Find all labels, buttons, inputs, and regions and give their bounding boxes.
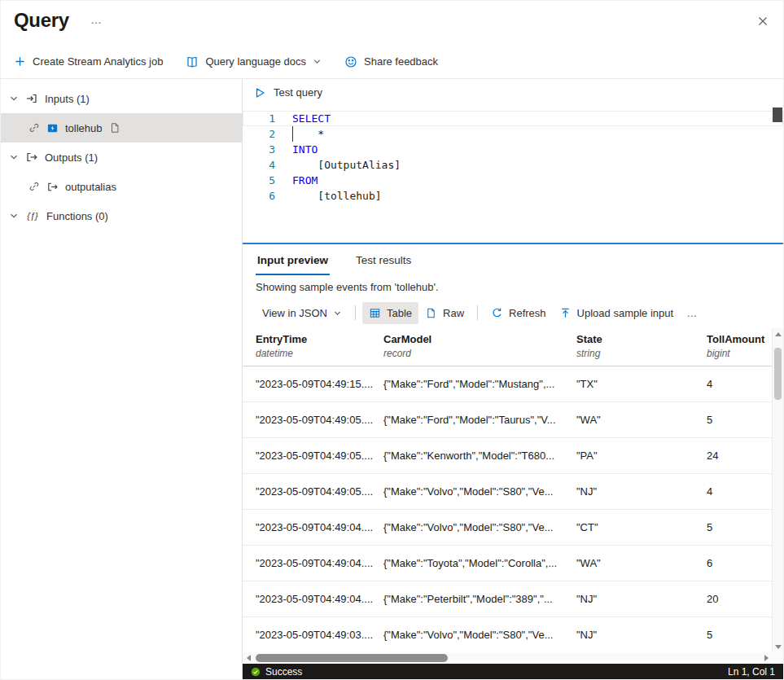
cell-carmodel: {"Make":"Kenworth","Model":"T680... — [383, 450, 576, 462]
code-text: [tollehub] — [292, 188, 382, 204]
status-label: Success — [265, 666, 302, 678]
line-number: 5 — [243, 173, 275, 188]
share-feedback-button[interactable]: Share feedback — [344, 55, 438, 68]
cell-state: "NJ" — [576, 629, 707, 641]
cell-entrytime: "2023-05-09T04:49:04.... — [256, 557, 383, 569]
table-body: "2023-05-09T04:49:15.... {"Make":"Ford",… — [243, 366, 783, 652]
cell-carmodel: {"Make":"Ford","Model":"Mustang",... — [383, 378, 576, 390]
cell-state: "NJ" — [576, 593, 707, 605]
raw-view-button[interactable]: Raw — [418, 302, 471, 324]
feedback-label: Share feedback — [364, 55, 438, 68]
scroll-up-button[interactable] — [773, 328, 783, 340]
resource-tree: Inputs (1) tollehub Outputs (1) outputal… — [1, 79, 243, 680]
code-line[interactable]: 4 [OutputAlias] — [243, 157, 783, 173]
refresh-button[interactable]: Refresh — [484, 302, 553, 324]
command-bar: Create Stream Analytics job Query langua… — [1, 45, 783, 79]
text-cursor — [292, 126, 293, 142]
upload-sample-input-button[interactable]: Upload sample input — [553, 302, 681, 324]
toolbar-divider — [355, 305, 356, 320]
tab-test-results[interactable]: Test results — [354, 254, 413, 275]
table-vertical-scrollbar[interactable] — [772, 328, 783, 652]
horizontal-scroll-thumb[interactable] — [256, 654, 448, 662]
preview-table: EntryTime datetime CarModel record State… — [243, 328, 783, 652]
view-in-json-dropdown[interactable]: View in JSON — [256, 302, 348, 324]
window-more-button[interactable]: … — [90, 14, 102, 25]
cell-entrytime: "2023-05-09T04:49:05.... — [256, 485, 383, 498]
line-number: 2 — [243, 126, 275, 142]
test-query-label: Test query — [274, 86, 322, 99]
test-query-button[interactable]: Test query — [253, 86, 322, 99]
toolbar-divider — [477, 305, 478, 320]
column-type: bigint — [707, 348, 769, 359]
refresh-label: Refresh — [509, 307, 546, 319]
close-button[interactable] — [756, 14, 770, 29]
create-stream-analytics-job-button[interactable]: Create Stream Analytics job — [14, 55, 163, 68]
table-row: "2023-05-09T04:49:04.... {"Make":"Toyota… — [243, 546, 783, 581]
cell-tollamount: 5 — [707, 414, 769, 426]
preview-more-button[interactable]: … — [680, 302, 704, 324]
cell-entrytime: "2023-05-09T04:49:04.... — [256, 521, 383, 533]
code-editor[interactable]: 1SELECT 2 * 3INTO 4 [OutputAlias] — [243, 106, 783, 243]
success-check-icon — [251, 667, 261, 677]
tab-input-preview[interactable]: Input preview — [256, 254, 330, 275]
preview-tabs: Input preview Test results — [243, 244, 783, 275]
input-item-label: tollehub — [65, 122, 103, 134]
cell-carmodel: {"Make":"Ford","Model":"Taurus","V... — [383, 414, 576, 426]
cell-state: "WA" — [576, 414, 707, 426]
table-row: "2023-05-09T04:49:04.... {"Make":"Peterb… — [243, 581, 783, 617]
code-line[interactable]: 5FROM — [243, 173, 783, 188]
scroll-left-button[interactable] — [243, 652, 254, 664]
cell-tollamount: 6 — [707, 557, 769, 569]
line-number: 4 — [243, 157, 275, 173]
status-success: Success — [251, 666, 302, 678]
column-name: EntryTime — [256, 333, 383, 345]
table-row: "2023-05-09T04:49:04.... {"Make":"Volvo"… — [243, 510, 783, 546]
column-name: CarModel — [383, 333, 576, 345]
editor-scrollbar-thumb[interactable] — [773, 107, 782, 122]
sidebar-item-outputalias[interactable]: outputalias — [1, 172, 242, 201]
vertical-scroll-thumb[interactable] — [774, 348, 782, 400]
code-lines: 1SELECT 2 * 3INTO 4 [OutputAlias] — [243, 111, 783, 204]
sidebar-section-functions[interactable]: {ƒ} Functions (0) — [1, 201, 242, 230]
column-header-state[interactable]: State string — [576, 333, 707, 366]
code-keyword: FROM — [292, 173, 318, 188]
preview-toolbar: View in JSON Table Raw Refresh — [243, 297, 783, 328]
column-header-entrytime[interactable]: EntryTime datetime — [256, 333, 383, 366]
sample-events-caption: Showing sample events from 'tollehub'. — [243, 275, 783, 297]
cell-carmodel: {"Make":"Volvo","Model":"S80","Ve... — [383, 521, 576, 533]
chevron-down-icon — [9, 211, 19, 221]
cell-carmodel: {"Make":"Toyota","Model":"Corolla",... — [383, 557, 576, 569]
refresh-icon — [491, 307, 503, 319]
table-row: "2023-05-09T04:49:05.... {"Make":"Ford",… — [243, 402, 783, 438]
code-line[interactable]: 1SELECT — [243, 111, 783, 126]
table-row: "2023-05-09T04:49:15.... {"Make":"Ford",… — [243, 366, 783, 402]
scroll-right-button[interactable] — [760, 652, 772, 664]
code-line[interactable]: 6 [tollehub] — [243, 188, 783, 204]
table-view-label: Table — [387, 307, 412, 319]
horizontal-scrollbar[interactable] — [243, 652, 783, 664]
cell-state: "TX" — [576, 378, 707, 390]
cell-tollamount: 24 — [707, 450, 769, 462]
sidebar-item-tollehub[interactable]: tollehub — [1, 113, 242, 143]
query-language-docs-button[interactable]: Query language docs — [186, 55, 322, 68]
line-number: 1 — [243, 111, 275, 126]
upload-label: Upload sample input — [577, 307, 674, 319]
cell-tollamount: 5 — [707, 629, 769, 641]
code-line[interactable]: 2 * — [243, 126, 783, 142]
cell-entrytime: "2023-05-09T04:49:03.... — [256, 629, 383, 641]
sidebar-section-outputs[interactable]: Outputs (1) — [1, 143, 242, 172]
chevron-down-icon — [313, 57, 322, 66]
smiley-icon — [344, 55, 357, 68]
output-item-label: outputalias — [65, 181, 116, 193]
column-name: TollAmount — [707, 333, 769, 345]
scroll-down-button[interactable] — [773, 641, 783, 652]
sample-file-icon[interactable] — [109, 122, 120, 134]
table-view-button[interactable]: Table — [362, 302, 418, 324]
column-type: string — [576, 348, 707, 359]
column-header-carmodel[interactable]: CarModel record — [383, 333, 576, 366]
play-icon — [253, 86, 266, 99]
cell-state: "CT" — [576, 521, 707, 533]
column-header-tollamount[interactable]: TollAmount bigint — [707, 333, 769, 366]
code-line[interactable]: 3INTO — [243, 142, 783, 157]
sidebar-section-inputs[interactable]: Inputs (1) — [1, 84, 242, 113]
